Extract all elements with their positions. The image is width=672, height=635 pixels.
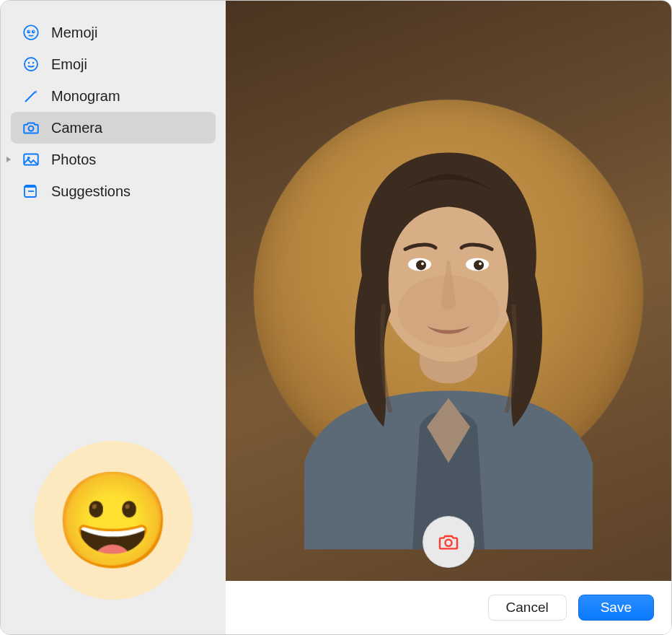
camera-capture-icon bbox=[437, 530, 460, 553]
camera-preview bbox=[226, 1, 671, 581]
sidebar-item-label: Camera bbox=[51, 120, 102, 136]
current-picture-preview: 😀 bbox=[34, 441, 193, 600]
sidebar: Memoji Emoji bbox=[1, 1, 226, 634]
svg-point-1 bbox=[27, 30, 30, 34]
memoji-icon bbox=[21, 22, 41, 43]
sidebar-item-suggestions[interactable]: Suggestions bbox=[11, 175, 216, 207]
photos-icon bbox=[21, 149, 41, 170]
svg-point-4 bbox=[33, 31, 35, 32]
footer: Cancel Save bbox=[226, 581, 671, 634]
sidebar-item-monogram[interactable]: Monogram bbox=[11, 80, 216, 112]
svg-point-8 bbox=[29, 126, 34, 131]
capture-button[interactable] bbox=[423, 516, 474, 568]
crop-circle-overlay bbox=[254, 100, 643, 489]
sidebar-item-label: Monogram bbox=[51, 88, 120, 105]
sidebar-item-camera[interactable]: Camera bbox=[11, 112, 216, 144]
main-panel: Cancel Save bbox=[226, 1, 671, 634]
preview-emoji-icon: 😀 bbox=[55, 473, 172, 567]
sidebar-item-memoji[interactable]: Memoji bbox=[11, 17, 216, 48]
svg-point-7 bbox=[32, 62, 34, 64]
profile-picture-picker: Memoji Emoji bbox=[0, 0, 672, 635]
sidebar-item-label: Photos bbox=[51, 152, 96, 168]
svg-point-6 bbox=[28, 62, 30, 64]
chevron-right-icon bbox=[5, 156, 12, 163]
save-button[interactable]: Save bbox=[578, 595, 654, 621]
svg-point-20 bbox=[445, 540, 451, 546]
sidebar-item-emoji[interactable]: Emoji bbox=[11, 48, 216, 80]
cancel-button[interactable]: Cancel bbox=[488, 595, 567, 621]
svg-point-5 bbox=[25, 58, 37, 71]
camera-icon bbox=[21, 118, 41, 138]
sidebar-list: Memoji Emoji bbox=[11, 17, 216, 207]
monogram-icon bbox=[21, 86, 41, 106]
sidebar-item-photos[interactable]: Photos bbox=[11, 144, 216, 175]
sidebar-item-label: Memoji bbox=[51, 25, 97, 41]
sidebar-item-label: Suggestions bbox=[51, 183, 131, 200]
svg-point-3 bbox=[29, 31, 30, 32]
suggestions-icon bbox=[21, 181, 41, 201]
svg-point-2 bbox=[32, 30, 35, 34]
emoji-icon bbox=[21, 54, 41, 74]
sidebar-item-label: Emoji bbox=[51, 56, 87, 73]
svg-point-0 bbox=[24, 25, 38, 40]
